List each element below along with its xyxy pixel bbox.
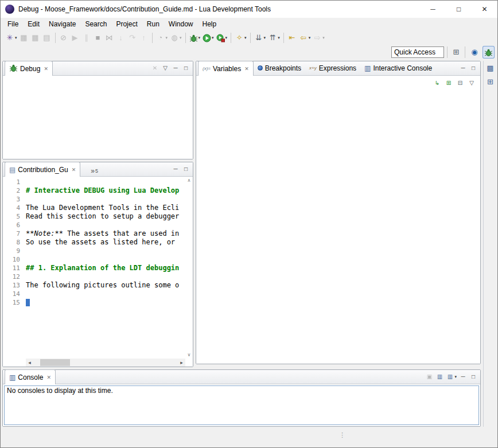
- menu-project[interactable]: Project: [111, 18, 142, 30]
- variables-toolbar-collapse-all-button[interactable]: ⊟: [456, 80, 464, 86]
- editor-content: 123456789101112131415 # Interactive DEBU…: [3, 177, 193, 367]
- code-line-13: The following pictures outline some o: [26, 281, 185, 290]
- console-pin-console-button: ▣: [425, 373, 433, 380]
- toolbar-resume-button: ▶: [69, 32, 81, 44]
- tab-console[interactable]: ▥ Console ✕: [5, 369, 56, 384]
- scroll-left-icon[interactable]: ◂: [26, 360, 33, 365]
- toolbar-external-tools-button[interactable]: ▾: [215, 33, 229, 44]
- console-tab-close-icon[interactable]: ✕: [46, 375, 51, 380]
- toolbar-debug-button[interactable]: ▾: [188, 33, 202, 44]
- tab-breakpoints[interactable]: Breakpoints: [254, 61, 305, 75]
- variables-minimize-button[interactable]: ─: [459, 65, 467, 71]
- window-maximize-button[interactable]: □: [446, 1, 472, 18]
- lua-perspective-button[interactable]: ◉: [468, 46, 481, 59]
- menu-edit[interactable]: Edit: [23, 18, 44, 30]
- toolbar-separator: [152, 33, 153, 43]
- scroll-down-icon[interactable]: ∨: [188, 352, 191, 357]
- toolbar-step-into-icon: ↓: [116, 33, 126, 42]
- debug-perspective-button[interactable]: [483, 46, 495, 59]
- editor-tab-close-icon[interactable]: ✕: [72, 167, 76, 173]
- window-close-button[interactable]: ✕: [472, 1, 497, 18]
- toolbar-last-edit-location-button[interactable]: ⇤: [286, 32, 298, 44]
- code-area[interactable]: # Interactive DEBUG using Lua DevelopThe…: [26, 177, 185, 359]
- debug-view-minimize-button[interactable]: ─: [172, 65, 180, 71]
- menu-window[interactable]: Window: [164, 18, 198, 30]
- debug-view-maximize-button[interactable]: □: [182, 65, 190, 71]
- editor-tab-overflow-button[interactable]: »5: [91, 168, 98, 176]
- toolbar-run-button[interactable]: ▾: [201, 33, 215, 44]
- toolbar-external-tools-icon: [216, 34, 225, 42]
- interactive-console-icon: ▥: [364, 65, 371, 72]
- variables-toolbar-show-logical-structure-button[interactable]: ↳: [433, 80, 441, 86]
- menu-file[interactable]: File: [3, 18, 23, 30]
- menu-help[interactable]: Help: [198, 18, 221, 30]
- code-text: So use the assets as listed here, or: [26, 238, 179, 246]
- toolbar-new-dropdown-icon[interactable]: ▾: [15, 36, 17, 40]
- window-minimize-button[interactable]: ─: [420, 1, 446, 18]
- hscroll-track[interactable]: [33, 359, 178, 367]
- overflow-count: 5: [95, 168, 98, 174]
- toolbar-previous-annotation-dropdown-icon[interactable]: ▾: [278, 36, 280, 40]
- strip-minimized-view-2-button[interactable]: ⊞: [486, 77, 495, 86]
- tab-expressions[interactable]: x+yExpressions: [305, 61, 360, 75]
- toolbar-debug-dropdown-icon[interactable]: ▾: [199, 36, 201, 40]
- code-text: The assets that are used in: [63, 229, 179, 237]
- console-open-console-dropdown-icon[interactable]: ▾: [454, 375, 457, 379]
- variables-toolbar-show-type-names-button[interactable]: ⊞: [445, 80, 453, 86]
- console-message: No consoles to display at this time.: [7, 387, 113, 395]
- toolbar-next-annotation-dropdown-icon[interactable]: ▾: [264, 36, 266, 40]
- scroll-right-icon[interactable]: ▸: [178, 360, 185, 365]
- strip-minimized-view-1-button[interactable]: ▩: [486, 64, 495, 72]
- line-number: 5: [3, 212, 20, 221]
- toolbar-back-dropdown-icon[interactable]: ▾: [309, 36, 311, 40]
- toolbar-search-dropdown-icon[interactable]: ▾: [244, 36, 247, 40]
- debug-tab-close-icon[interactable]: ✕: [44, 66, 48, 72]
- menu-run[interactable]: Run: [142, 18, 164, 30]
- toolbar-back-button[interactable]: ⇦▾: [298, 32, 312, 44]
- toolbar-next-annotation-button[interactable]: ⇊▾: [253, 32, 267, 44]
- editor-minimize-button[interactable]: ─: [172, 166, 180, 172]
- status-bar: ⋮: [1, 427, 497, 447]
- tab-debug[interactable]: Debug ✕: [5, 61, 53, 76]
- console-maximize-button[interactable]: □: [469, 373, 477, 380]
- toolbar-debug-icon: [189, 34, 198, 42]
- editor-tab-contribution-guide[interactable]: ▤ Contribution_Gu ✕: [5, 162, 80, 177]
- tab-interactive-console[interactable]: ▥Interactive Console: [360, 61, 436, 75]
- line-number: 4: [3, 204, 20, 212]
- toolbar-new-button[interactable]: ✳▾: [4, 32, 18, 44]
- toolbar-run-dropdown-icon[interactable]: ▾: [212, 36, 214, 40]
- toolbar-group: ⊘▶∥■⋈↓↷↑: [58, 32, 150, 44]
- toolbar-separator: [250, 33, 251, 43]
- editor-vscrollbar[interactable]: ∧ ∨: [185, 177, 193, 359]
- strip-minimized-view-1-icon: ▩: [486, 64, 495, 72]
- tab-close-icon[interactable]: ✕: [244, 66, 249, 72]
- toolbar-group: ⇊▾⇈▾: [253, 32, 281, 44]
- toolbar-separator: [447, 46, 448, 58]
- editor-hscrollbar[interactable]: ◂ ▸: [26, 359, 185, 367]
- tab-variables[interactable]: (x)=Variables✕: [198, 61, 254, 76]
- menu-search[interactable]: Search: [80, 18, 111, 30]
- line-number: 15: [3, 298, 20, 307]
- toolbar-search-button[interactable]: ✧▾: [234, 32, 248, 44]
- toolbar-forward-icon: ⇨: [313, 33, 322, 42]
- variables-maximize-button[interactable]: □: [469, 65, 477, 71]
- hscroll-thumb[interactable]: [40, 359, 70, 366]
- statusbar-grip[interactable]: ⋮: [339, 432, 345, 438]
- toolbar-external-tools-dropdown-icon[interactable]: ▾: [225, 36, 228, 40]
- editor-maximize-button[interactable]: □: [182, 166, 190, 172]
- console-view-toolbar: ▣▥▥▾─□: [425, 369, 480, 384]
- editor-header: ▤ Contribution_Gu ✕ »5 ─□: [3, 162, 193, 177]
- open-perspective-button[interactable]: ⊞: [450, 46, 462, 58]
- debug-view-view-menu-button[interactable]: ▽: [161, 65, 169, 71]
- toolbar-previous-annotation-button[interactable]: ⇈▾: [267, 32, 281, 44]
- toolbar-profile-icon: ◔: [156, 33, 165, 42]
- console-display-selected-console-button[interactable]: ▥: [435, 373, 443, 380]
- console-minimize-button[interactable]: ─: [459, 373, 467, 380]
- variables-toolbar-view-menu-button[interactable]: ▽: [468, 80, 476, 86]
- toolbar-skip-all-breakpoints-icon: ⊘: [59, 33, 68, 42]
- console-open-console-button[interactable]: ▥▾: [446, 373, 457, 380]
- toolbar-group: ✧▾: [234, 32, 248, 44]
- scroll-up-icon[interactable]: ∧: [188, 178, 191, 183]
- menu-navigate[interactable]: Navigate: [44, 18, 80, 30]
- quick-access-button[interactable]: Quick Access: [391, 46, 444, 58]
